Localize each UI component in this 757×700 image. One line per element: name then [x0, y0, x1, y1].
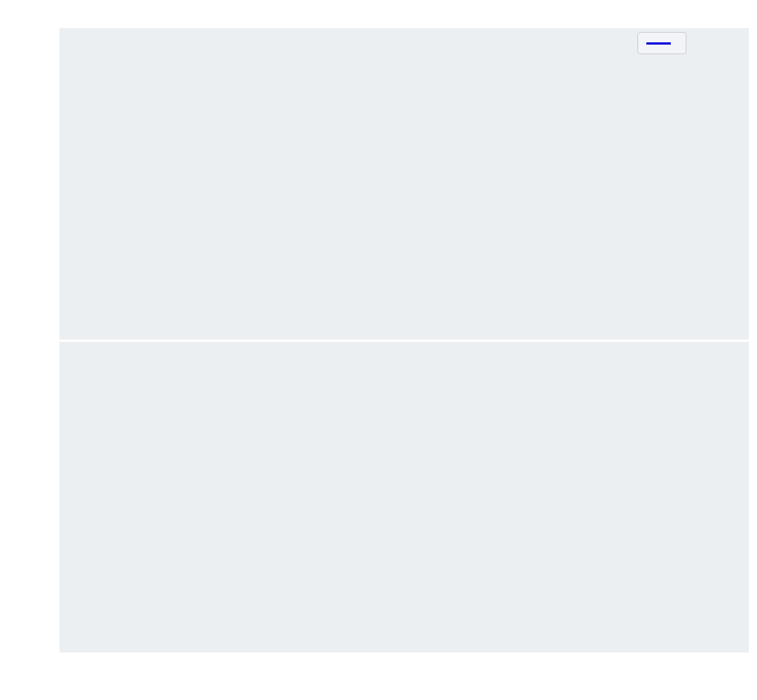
bottom-axes-bar-chart — [59, 342, 749, 652]
legend-line-sample — [646, 42, 671, 45]
industry-index-figure — [0, 0, 757, 700]
legend — [637, 32, 686, 54]
top-axes-boxplot-chart — [59, 28, 749, 340]
boxplot-chart-canvas — [59, 28, 749, 340]
bar-chart-canvas — [59, 342, 749, 652]
